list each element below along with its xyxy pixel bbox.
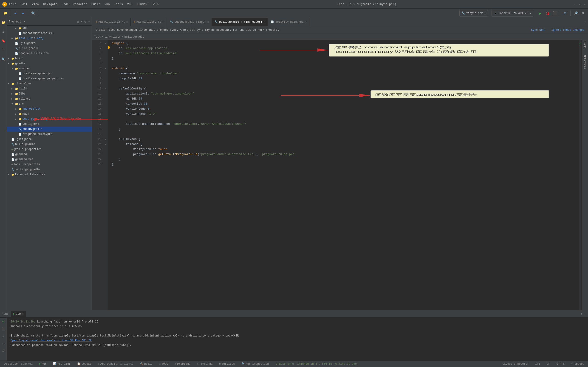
gradle-panel-btn[interactable]: Gradle bbox=[582, 42, 588, 47]
find-icon[interactable]: 🔍 bbox=[1, 56, 6, 62]
tree-item-buildgradle-1[interactable]: 🔧 build.gradle bbox=[7, 46, 92, 51]
menu-help[interactable]: Help bbox=[151, 2, 158, 6]
app-quality-btn[interactable]: ★ App Quality Insights bbox=[96, 362, 135, 366]
tree-item-test-unit[interactable]: ▶ 📁 test [unitTest] bbox=[7, 36, 92, 41]
minimize-btn[interactable]: — bbox=[575, 2, 577, 6]
tree-item-xml[interactable]: ▶ 📁 xml bbox=[7, 26, 92, 31]
tree-item-external-libs[interactable]: ▶ 📁 External Libraries bbox=[7, 172, 92, 177]
tree-item-gradle-props[interactable]: ⚙ gradle.properties bbox=[7, 147, 92, 152]
open-btn[interactable]: 📁 bbox=[2, 10, 8, 17]
tree-item-androidmanifest[interactable]: 📄 AndroidManifest.xml bbox=[7, 31, 92, 36]
menu-window[interactable]: Window bbox=[137, 2, 147, 6]
menu-tools[interactable]: Tools bbox=[114, 2, 123, 6]
panel-icon-settings[interactable]: ⚙ bbox=[84, 20, 86, 24]
run-status-btn[interactable]: ▶ Run bbox=[38, 362, 48, 366]
bottom-tab-run-app[interactable]: ▶ app ✕ bbox=[11, 311, 26, 317]
tree-item-gradlew-bat[interactable]: 📄 gradlew.bat bbox=[7, 157, 92, 162]
layout-inspector-btn[interactable]: Layout Inspector bbox=[501, 362, 530, 366]
fold-btn-10[interactable]: ▾ bbox=[103, 86, 108, 91]
tree-item-tinyhelper-test[interactable]: ▶ 📁 test [unitTest] bbox=[7, 117, 92, 122]
menu-code[interactable]: Code bbox=[61, 2, 69, 6]
fold-btn-1[interactable]: ▾ bbox=[103, 41, 108, 46]
editor-scrollbar[interactable]: ✓ bbox=[579, 40, 582, 310]
tab-buildgradle-app[interactable]: 🔧 build.gradle (:app) ✕ bbox=[167, 18, 212, 26]
tree-item-gitignore-root[interactable]: 📄 .gitignore bbox=[7, 137, 92, 142]
stop-btn-panel[interactable]: ⬛ bbox=[1, 326, 6, 332]
menu-edit[interactable]: Edit bbox=[20, 2, 27, 6]
menu-file[interactable]: File bbox=[9, 2, 16, 6]
tab-mainactivity[interactable]: ⚙ MainActivity.kt ✕ bbox=[131, 18, 167, 26]
code-content[interactable]: ! plugins { id 'com.android.application'… bbox=[108, 40, 579, 310]
problems-btn[interactable]: ⚠ Problems bbox=[173, 362, 192, 366]
tab-buildgradle-tinyhelper[interactable]: 🔧 build.gradle (:tinyhelper) ✕ bbox=[212, 18, 268, 26]
debug-btn[interactable]: 🐞 bbox=[544, 10, 551, 17]
tab-mainactivity2[interactable]: ⚙ MainActivity2.kt ✕ bbox=[93, 18, 131, 26]
tree-item-tinyhelper-build[interactable]: ▶ 📁 build bbox=[7, 86, 92, 91]
terminal-btn[interactable]: ▶ Terminal bbox=[195, 362, 214, 366]
tree-item-gitignore-th[interactable]: 📄 .gitignore bbox=[7, 122, 92, 127]
tree-item-wrapper[interactable]: ▼ 📁 wrapper bbox=[7, 66, 92, 71]
commit-icon[interactable]: ± bbox=[1, 29, 6, 34]
structure-icon[interactable]: ☰ bbox=[1, 47, 6, 53]
services-btn[interactable]: ⚙ Services bbox=[218, 362, 236, 366]
menu-vcs[interactable]: VCS bbox=[127, 2, 132, 6]
bookmarks-icon[interactable]: 🔖 bbox=[1, 38, 6, 44]
stop-btn[interactable]: ⬛ bbox=[552, 10, 558, 17]
tab-buildgradle-tinyhelper-close[interactable]: ✕ bbox=[263, 20, 265, 23]
line-col-btn[interactable]: 1:1 bbox=[534, 362, 542, 366]
search-everywhere-btn[interactable]: 🔎 bbox=[572, 10, 579, 17]
tree-item-tinyhelper[interactable]: ▼ 📁 tinyhelper bbox=[7, 81, 92, 86]
run-btn[interactable]: ▶ bbox=[537, 10, 544, 17]
project-tree[interactable]: ▶ 📁 xml 📄 AndroidManifest.xml ▶ 📁 test [… bbox=[7, 26, 92, 310]
tree-item-settings-gradle[interactable]: 🔧 settings.gradle bbox=[7, 167, 92, 172]
soft-wrap-btn[interactable]: ↩ bbox=[1, 341, 6, 346]
panel-icon-collapse[interactable]: ≡ bbox=[81, 20, 83, 24]
tree-item-buildgradle-tinyhelper[interactable]: 🔧 build.gradle bbox=[7, 127, 92, 132]
sync-now-btn[interactable]: Sync Now bbox=[531, 28, 544, 32]
tree-item-proguard-th[interactable]: 📄 proguard-rules.pro bbox=[7, 132, 92, 137]
tree-item-gradle-wrapper-props[interactable]: 📄 gradle-wrapper.properties bbox=[7, 76, 92, 81]
ignore-btn[interactable]: Ignore these changes bbox=[551, 28, 584, 32]
logcat-btn[interactable]: 📋 Logcat bbox=[76, 362, 93, 366]
tree-item-gradle-wrapper-jar[interactable]: 📄 gradle-wrapper.jar bbox=[7, 71, 92, 76]
tree-item-buildgradle-root[interactable]: 🔧 build.gradle bbox=[7, 142, 92, 147]
window-controls[interactable]: — ☐ ✕ bbox=[575, 2, 586, 6]
tree-item-build-root[interactable]: ▶ 📁 build bbox=[7, 56, 92, 61]
profiler-btn[interactable]: 📊 Profiler bbox=[52, 362, 72, 366]
panel-settings-icon[interactable]: ⚙ bbox=[581, 312, 582, 316]
run-line-5[interactable]: Open logcat panel for emulator Honor30 P… bbox=[10, 338, 584, 343]
code-editor[interactable]: 1 2 3 4 5 6 7 8 9 10 11 12 13 14 15 16 1 bbox=[92, 40, 582, 310]
run-config-dropdown[interactable]: 🔧 tinyhelper ▾ bbox=[459, 10, 488, 17]
version-control-btn[interactable]: ⎇ Version Control bbox=[2, 362, 34, 366]
undo-btn[interactable]: ↩ bbox=[12, 10, 19, 17]
todo-btn[interactable]: ≡ TODO bbox=[157, 362, 170, 366]
tree-item-proguard-1[interactable]: 📄 proguard-rules.pro bbox=[7, 51, 92, 56]
editor-more-btn[interactable]: ⋯ bbox=[584, 20, 586, 24]
menu-build[interactable]: Build bbox=[91, 2, 100, 6]
tree-item-androidtest[interactable]: ▶ 📁 androidTest bbox=[7, 106, 92, 111]
notifications-panel-btn[interactable]: Notifications bbox=[582, 59, 588, 65]
menu-bar[interactable]: File Edit View Navigate Code Refactor Bu… bbox=[9, 2, 159, 6]
menu-run[interactable]: Run bbox=[104, 2, 110, 6]
panel-header-icons[interactable]: ◎ ≡ ⚙ — bbox=[77, 20, 90, 24]
settings-btn[interactable]: ⚙ bbox=[580, 10, 586, 17]
project-icon[interactable]: 📁 bbox=[1, 20, 6, 25]
tree-item-local-props[interactable]: ⚙ local.properties bbox=[7, 162, 92, 167]
close-btn[interactable]: ✕ bbox=[584, 2, 586, 6]
lf-btn[interactable]: LF bbox=[545, 362, 551, 366]
fold-btn-21[interactable]: ▾ bbox=[103, 142, 108, 147]
build-btn[interactable]: 🔨 Build bbox=[138, 362, 154, 366]
tree-item-libs[interactable]: ▶ 📁 libs bbox=[7, 91, 92, 96]
tab-mainactivity2-close[interactable]: ✕ bbox=[126, 20, 128, 23]
maximize-btn[interactable]: ☐ bbox=[579, 2, 581, 6]
encoding-btn[interactable]: UTF-8 bbox=[555, 362, 566, 366]
tab-activity-main-xml[interactable]: 📄 activity_main.xml ✕ bbox=[268, 18, 309, 26]
tree-item-main[interactable]: ▶ 📁 main bbox=[7, 111, 92, 117]
tree-item-gitignore-1[interactable]: 📄 .gitignore bbox=[7, 41, 92, 46]
tree-item-release[interactable]: ▶ 📁 release bbox=[7, 96, 92, 101]
tree-item-src[interactable]: ▼ 📁 src bbox=[7, 101, 92, 106]
rerun-btn[interactable]: ⟳ bbox=[1, 319, 6, 324]
app-inspection-btn[interactable]: 🔍 App Inspection bbox=[240, 362, 270, 366]
search-btn[interactable]: 🔍 bbox=[30, 10, 36, 17]
tab-buildgradle-app-close[interactable]: ✕ bbox=[208, 20, 209, 23]
